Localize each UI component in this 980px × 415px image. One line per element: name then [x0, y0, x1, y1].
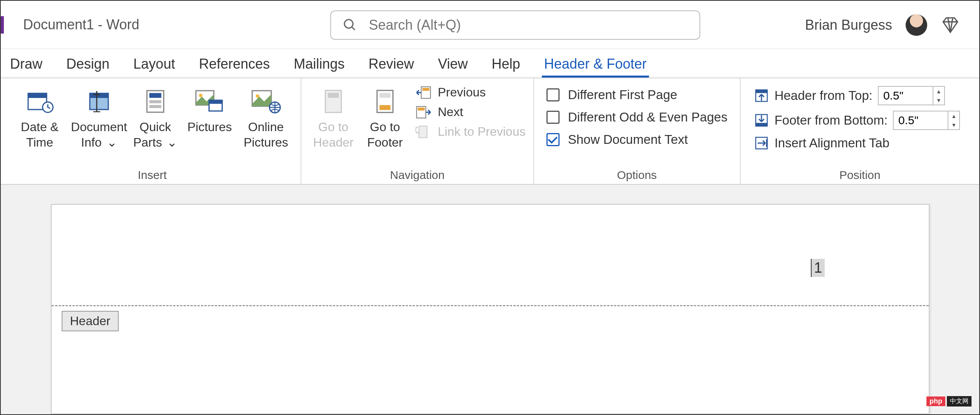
page[interactable]: 1 Header	[51, 204, 930, 414]
go-to-footer-icon	[375, 89, 395, 114]
user-name: Brian Burgess	[805, 17, 892, 33]
header-from-top-spinner[interactable]: ▲▼	[878, 86, 945, 105]
link-previous-label: Link to Previous	[438, 125, 526, 139]
date-time-button[interactable]: Date & Time	[12, 82, 68, 150]
footer-from-bottom-input[interactable]	[894, 114, 948, 127]
header-from-top-icon	[754, 88, 769, 103]
show-document-text-checkbox[interactable]: Show Document Text	[546, 132, 728, 147]
quick-parts-icon	[145, 89, 166, 114]
previous-label: Previous	[438, 85, 486, 100]
document-info-button[interactable]: Document Info ⌄	[71, 82, 127, 150]
footer-from-bottom-icon	[754, 113, 769, 128]
footer-from-bottom-spinner[interactable]: ▲▼	[893, 111, 960, 130]
ribbon: Date & Time Document Info ⌄ Quick Parts …	[1, 78, 979, 185]
show-document-text-label: Show Document Text	[568, 132, 688, 147]
search-icon	[343, 18, 357, 32]
svg-rect-17	[209, 100, 222, 104]
different-first-page-label: Different First Page	[568, 88, 677, 102]
document-info-label: Document Info ⌄	[71, 119, 127, 150]
header-from-top-label: Header from Top:	[775, 88, 872, 103]
svg-rect-22	[328, 93, 339, 98]
tab-review[interactable]: Review	[366, 56, 416, 78]
tab-draw[interactable]: Draw	[8, 56, 45, 78]
svg-rect-33	[756, 90, 767, 93]
go-to-header-label: Go to Header	[309, 119, 358, 150]
different-odd-even-checkbox[interactable]: Different Odd & Even Pages	[546, 110, 728, 125]
ribbon-tabs: Draw Design Layout References Mailings R…	[1, 49, 979, 78]
tab-header-footer[interactable]: Header & Footer	[542, 56, 649, 78]
next-icon	[415, 105, 432, 119]
svg-rect-11	[149, 93, 161, 98]
online-pictures-label: Online Pictures	[239, 119, 293, 150]
search-box[interactable]	[330, 10, 700, 40]
premium-diamond-icon[interactable]	[941, 15, 960, 35]
svg-point-0	[345, 20, 353, 28]
header-zone[interactable]: 1	[52, 205, 929, 305]
group-options: Different First Page Different Odd & Eve…	[534, 78, 741, 184]
online-pictures-icon	[251, 89, 281, 113]
pictures-label: Pictures	[187, 119, 232, 135]
watermark: php 中文网	[926, 396, 972, 407]
date-time-label: Date & Time	[12, 119, 68, 150]
next-label: Next	[438, 105, 463, 119]
checkbox-checked-icon	[546, 133, 560, 146]
tab-mailings[interactable]: Mailings	[291, 56, 347, 78]
chevron-down-icon: ⌄	[167, 135, 177, 150]
different-first-page-checkbox[interactable]: Different First Page	[546, 88, 728, 102]
footer-from-bottom-label: Footer from Bottom:	[775, 113, 888, 128]
group-position-label: Position	[748, 166, 972, 182]
pictures-icon	[195, 89, 225, 113]
svg-line-1	[352, 27, 355, 30]
header-tag: Header	[62, 311, 119, 331]
watermark-right: 中文网	[947, 396, 972, 407]
svg-rect-23	[328, 105, 339, 110]
previous-button[interactable]: Previous	[415, 85, 526, 100]
svg-rect-31	[419, 126, 427, 138]
spinner-down-icon[interactable]: ▼	[948, 120, 959, 129]
next-button[interactable]: Next	[415, 105, 526, 119]
watermark-left: php	[926, 396, 945, 406]
tab-design[interactable]: Design	[64, 56, 112, 78]
footer-from-bottom-row: Footer from Bottom: ▲▼	[754, 111, 960, 130]
spinner-down-icon[interactable]: ▼	[933, 96, 944, 105]
pictures-button[interactable]: Pictures	[183, 82, 236, 135]
link-previous-icon	[415, 125, 432, 139]
go-to-footer-button[interactable]: Go to Footer	[361, 82, 409, 150]
svg-rect-3	[28, 93, 47, 98]
tab-references[interactable]: References	[197, 56, 272, 78]
document-title: Document1 - Word	[23, 17, 139, 33]
previous-icon	[415, 86, 432, 100]
svg-rect-35	[756, 123, 767, 126]
page-number-field[interactable]: 1	[811, 259, 824, 277]
svg-rect-30	[418, 108, 425, 111]
header-from-top-row: Header from Top: ▲▼	[754, 86, 960, 105]
svg-rect-28	[422, 88, 429, 91]
user-area: Brian Burgess	[805, 1, 960, 49]
group-position: Header from Top: ▲▼ Footer from Bottom: …	[741, 78, 979, 184]
svg-rect-13	[149, 105, 161, 108]
go-to-footer-label: Go to Footer	[361, 119, 409, 150]
spinner-up-icon[interactable]: ▲	[948, 111, 959, 120]
group-navigation: Go to Header Go to Footer Previous Next …	[301, 78, 534, 184]
header-from-top-input[interactable]	[879, 89, 933, 102]
link-to-previous-button: Link to Previous	[415, 125, 526, 139]
spinner-up-icon[interactable]: ▲	[933, 87, 944, 96]
online-pictures-button[interactable]: Online Pictures	[239, 82, 293, 150]
tab-layout[interactable]: Layout	[131, 56, 177, 78]
checkbox-icon	[546, 88, 560, 101]
avatar[interactable]	[906, 14, 927, 36]
svg-rect-26	[380, 105, 391, 110]
svg-rect-12	[149, 100, 161, 103]
insert-alignment-tab-button[interactable]: Insert Alignment Tab	[754, 135, 960, 151]
svg-point-15	[199, 94, 202, 97]
svg-rect-25	[380, 93, 391, 98]
document-area: 1 Header	[1, 185, 979, 414]
tab-view[interactable]: View	[435, 56, 470, 78]
chevron-down-icon: ⌄	[107, 135, 117, 150]
search-input[interactable]	[369, 17, 688, 33]
title-bar: Document1 - Word Brian Burgess	[1, 1, 979, 49]
group-insert-label: Insert	[12, 166, 293, 182]
tab-help[interactable]: Help	[489, 56, 523, 78]
quick-parts-button[interactable]: Quick Parts ⌄	[130, 82, 180, 150]
calendar-clock-icon	[26, 89, 54, 114]
